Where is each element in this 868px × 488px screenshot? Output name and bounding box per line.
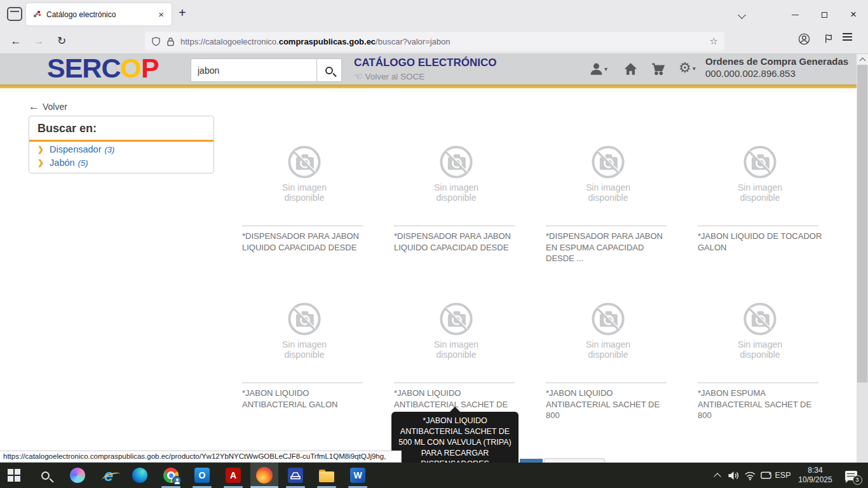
filter-item-dispensador[interactable]: ❯ Dispensador (3) (29, 142, 214, 155)
start-button[interactable] (0, 463, 28, 488)
tab-close-icon[interactable]: × (157, 9, 165, 20)
filter-item-jabon[interactable]: ❯ Jabón (5) (29, 155, 214, 168)
acrobat-icon: A (226, 468, 241, 483)
close-button[interactable]: × (844, 9, 863, 20)
product-title[interactable]: *DISPENSADOR PARA JABON LIQUIDO CAPACIDA… (242, 231, 367, 253)
product-card[interactable]: Sin imagen disponible *JABON LIQUIDO ANT… (242, 298, 367, 437)
card-divider (242, 383, 363, 383)
file-explorer-icon (319, 471, 334, 482)
taskbar-file-explorer-button[interactable] (313, 463, 341, 488)
taskbar-copilot-button[interactable] (64, 463, 92, 488)
taskbar-chrome-button[interactable] (157, 463, 185, 488)
filter-count: (5) (78, 158, 88, 168)
language-indicator[interactable]: ESP (773, 463, 793, 488)
chevron-right-icon: ❯ (37, 145, 44, 154)
product-title[interactable]: *DISPENSADOR PARA JABON EN ESPUMA CAPACI… (546, 231, 670, 264)
no-image-icon (438, 301, 474, 337)
search-button[interactable] (317, 58, 342, 82)
internet-explorer-icon: e (104, 468, 113, 483)
firefox-icon (256, 467, 273, 484)
taskbar-word-button[interactable]: W (344, 463, 372, 488)
windows-logo-icon (8, 469, 20, 482)
cart-button[interactable] (651, 62, 665, 76)
page-scrollbar[interactable] (857, 54, 868, 463)
url-bar[interactable]: https://catalogoelectronico.compraspubli… (145, 32, 724, 51)
product-title[interactable]: *JABON LIQUIDO DE TOCADOR GALON (698, 231, 822, 253)
scrollbar-thumb[interactable] (857, 65, 867, 383)
user-menu-button[interactable]: ▾ (590, 62, 607, 76)
taskbar-firefox-button-active[interactable] (250, 463, 278, 488)
product-card[interactable]: Sin imagen disponible *JABON LIQUIDO DE … (698, 141, 822, 280)
back-arrow-icon: ← (29, 100, 39, 112)
display-connect-icon[interactable] (757, 463, 774, 488)
product-title[interactable]: *DISPENSADOR PARA JABON LIQUIDO CAPACIDA… (394, 231, 519, 253)
taskbar-scanner-app-button[interactable] (281, 463, 309, 488)
site-header: SERCOP CATÁLOGO ELECTRÓNICO ☜Volver al S… (0, 54, 868, 85)
product-card[interactable]: Sin imagen disponible *JABON ESPUMA ANTI… (698, 298, 822, 437)
back-link[interactable]: ←Volver (29, 100, 67, 113)
orders-label: Ordenes de Compra Generadas (705, 56, 848, 67)
profile-badge-icon (172, 476, 181, 485)
shield-icon[interactable] (151, 36, 161, 46)
browser-tab[interactable]: Catálogo electrónico × (26, 3, 172, 25)
search-icon (41, 471, 50, 480)
filter-count: (3) (104, 145, 114, 154)
taskbar-search-button[interactable] (31, 463, 59, 488)
taskbar-outlook-button[interactable]: O (188, 463, 216, 488)
tray-expand-chevron-icon[interactable] (709, 463, 726, 488)
chrome-icon (163, 468, 179, 483)
home-button[interactable] (624, 62, 637, 76)
wifi-icon[interactable] (742, 463, 758, 488)
no-image-text: Sin imagen (242, 182, 367, 193)
product-card[interactable]: Sin imagen disponible *DISPENSADOR PARA … (546, 141, 670, 280)
product-title[interactable]: *JABON LIQUIDO ANTIBACTERIAL SACHET DE 8… (546, 388, 670, 421)
notification-center-button[interactable]: 3 (840, 463, 862, 488)
word-icon: W (350, 468, 365, 483)
back-button[interactable]: ← (8, 33, 24, 50)
copilot-icon (70, 468, 85, 483)
menu-hamburger-icon[interactable] (843, 33, 859, 50)
product-card[interactable]: Sin imagen disponible *JABON LIQUIDO ANT… (546, 298, 670, 437)
no-image-icon (287, 144, 322, 180)
clock-date: 10/9/2025 (793, 475, 837, 485)
bookmark-star-icon[interactable]: ☆ (710, 36, 718, 47)
firefox-view-icon[interactable] (7, 7, 22, 21)
url-text: https://catalogoelectronico.compraspubli… (180, 37, 710, 46)
gear-icon: ⚙ (679, 60, 691, 76)
card-divider (698, 226, 818, 226)
scroll-up-button[interactable] (857, 54, 868, 65)
back-to-soce-link[interactable]: ☜Volver al SOCE (354, 71, 424, 82)
reload-button[interactable]: ↻ (53, 33, 70, 50)
card-divider (394, 383, 515, 383)
product-card[interactable]: Sin imagen disponible *DISPENSADOR PARA … (394, 141, 519, 280)
taskbar-edge-button[interactable] (126, 463, 154, 488)
account-icon[interactable] (796, 33, 812, 50)
clock[interactable]: 8:3410/9/2025 (793, 463, 837, 488)
tab-favicon-icon (32, 10, 41, 19)
taskbar-internet-explorer-button[interactable]: e (95, 463, 123, 488)
product-title[interactable]: *JABON LIQUIDO ANTIBACTERIAL GALON (242, 388, 367, 410)
orders-counter: Ordenes de Compra Generadas 000.000.002.… (705, 56, 848, 79)
product-card[interactable]: Sin imagen disponible *DISPENSADOR PARA … (242, 141, 367, 280)
screen: Catálogo electrónico × + × ← → ↻ https:/… (0, 0, 868, 488)
search-input[interactable] (191, 58, 317, 82)
new-tab-button[interactable]: + (179, 6, 186, 20)
sercop-logo[interactable]: SERCOP (47, 53, 159, 84)
extension-flag-icon[interactable] (820, 33, 836, 50)
main-content: ←Volver Buscar en: ❯ Dispensador (3) ❯ J… (0, 88, 857, 463)
card-divider (546, 226, 667, 226)
product-title[interactable]: *JABON ESPUMA ANTIBACTERIAL SACHET DE 80… (698, 388, 822, 421)
notification-badge: 3 (853, 475, 862, 485)
tab-list-chevron-icon[interactable] (732, 9, 751, 20)
taskbar-acrobat-button[interactable]: A (219, 463, 247, 488)
pointing-hand-icon: ☜ (354, 71, 362, 81)
lock-icon[interactable] (166, 37, 175, 46)
forward-button[interactable]: → (31, 33, 47, 50)
no-image-icon (590, 144, 626, 180)
minimize-button[interactable] (785, 9, 804, 20)
settings-menu-button[interactable]: ⚙ ▾ (679, 60, 696, 76)
tab-title: Catálogo electrónico (46, 10, 157, 19)
restore-button[interactable] (815, 9, 834, 20)
volume-icon[interactable] (725, 463, 742, 488)
page-title: CATÁLOGO ELECTRÓNICO (354, 57, 496, 69)
